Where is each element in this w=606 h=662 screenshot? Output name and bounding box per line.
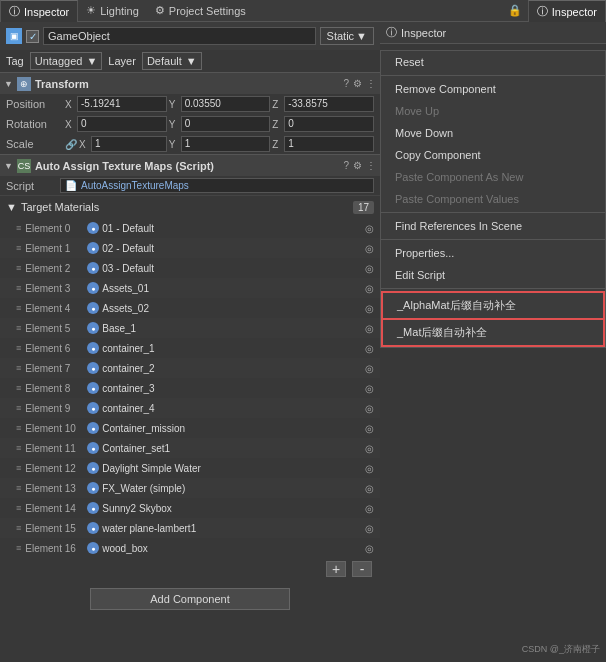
element-target-button[interactable]: ◎ bbox=[365, 363, 374, 374]
element-target-button[interactable]: ◎ bbox=[365, 303, 374, 314]
ctx-properties[interactable]: Properties... bbox=[381, 242, 605, 264]
tag-dropdown[interactable]: Untagged ▼ bbox=[30, 52, 103, 70]
static-badge[interactable]: Static ▼ bbox=[320, 27, 374, 45]
position-row: Position X -5.19241 Y 0.03550 Z -33.8575 bbox=[0, 94, 380, 114]
tab-inspector-right-label: Inspector bbox=[552, 6, 597, 18]
transform-help-icon[interactable]: ? bbox=[343, 78, 349, 89]
element-material-name: Assets_01 bbox=[102, 283, 149, 294]
list-item: ≡ Element 0 ● 01 - Default ◎ bbox=[0, 218, 380, 238]
element-target-button[interactable]: ◎ bbox=[365, 243, 374, 254]
element-target-button[interactable]: ◎ bbox=[365, 323, 374, 334]
tab-lock[interactable]: 🔒 bbox=[502, 0, 528, 22]
element-handle: ≡ bbox=[16, 483, 21, 493]
tag-value: Untagged bbox=[35, 55, 83, 67]
script-row: Script 📄 AutoAssignTextureMaps bbox=[0, 176, 380, 196]
element-target-button[interactable]: ◎ bbox=[365, 483, 374, 494]
materials-fold-arrow[interactable]: ▼ bbox=[6, 201, 17, 213]
ctx-paste-as-new[interactable]: Paste Component As New bbox=[381, 166, 605, 188]
element-target-button[interactable]: ◎ bbox=[365, 263, 374, 274]
list-item: ≡ Element 1 ● 02 - Default ◎ bbox=[0, 238, 380, 258]
rotation-x-value[interactable]: 0 bbox=[77, 116, 167, 132]
element-value: ● FX_Water (simple) bbox=[87, 482, 361, 494]
gameobject-name-field[interactable] bbox=[43, 27, 316, 45]
right-inspector-label: Inspector bbox=[401, 27, 446, 39]
element-handle: ≡ bbox=[16, 223, 21, 233]
script-settings-icon[interactable]: ⚙ bbox=[353, 160, 362, 171]
transform-title: Transform bbox=[35, 78, 340, 90]
remove-element-button[interactable]: - bbox=[352, 561, 372, 577]
ctx-alpha-mat[interactable]: _AlphaMat后缀自动补全 bbox=[381, 291, 605, 320]
element-target-button[interactable]: ◎ bbox=[365, 383, 374, 394]
rotation-xyz: X 0 Y 0 Z 0 bbox=[65, 116, 374, 132]
scale-y-value[interactable]: 1 bbox=[181, 136, 271, 152]
gameobject-checkbox[interactable]: ✓ bbox=[26, 30, 39, 43]
add-component-row: Add Component bbox=[0, 580, 380, 618]
ctx-edit-script[interactable]: Edit Script bbox=[381, 264, 605, 286]
add-element-button[interactable]: + bbox=[326, 561, 346, 577]
element-value: ● 03 - Default bbox=[87, 262, 361, 274]
element-material-name: Assets_02 bbox=[102, 303, 149, 314]
rotation-y-value[interactable]: 0 bbox=[181, 116, 271, 132]
element-target-button[interactable]: ◎ bbox=[365, 463, 374, 474]
ctx-move-up[interactable]: Move Up bbox=[381, 100, 605, 122]
element-handle: ≡ bbox=[16, 423, 21, 433]
element-target-button[interactable]: ◎ bbox=[365, 283, 374, 294]
position-label: Position bbox=[6, 98, 61, 110]
element-target-button[interactable]: ◎ bbox=[365, 443, 374, 454]
ctx-reset[interactable]: Reset bbox=[381, 51, 605, 73]
ctx-paste-values[interactable]: Paste Component Values bbox=[381, 188, 605, 210]
ctx-mat-suffix[interactable]: _Mat后缀自动补全 bbox=[381, 320, 605, 347]
layer-dropdown[interactable]: Default ▼ bbox=[142, 52, 202, 70]
script-value-field[interactable]: 📄 AutoAssignTextureMaps bbox=[60, 178, 374, 193]
element-target-button[interactable]: ◎ bbox=[365, 223, 374, 234]
scale-x-value[interactable]: 1 bbox=[91, 136, 167, 152]
tab-inspector-left[interactable]: ⓘ Inspector bbox=[0, 0, 78, 22]
sx-label: X bbox=[79, 139, 89, 150]
transform-menu-icon[interactable]: ⋮ bbox=[366, 78, 376, 89]
element-target-button[interactable]: ◎ bbox=[365, 423, 374, 434]
add-component-button[interactable]: Add Component bbox=[90, 588, 290, 610]
script-section-title: Auto Assign Texture Maps (Script) bbox=[35, 160, 340, 172]
element-target-button[interactable]: ◎ bbox=[365, 543, 374, 554]
script-help-icon[interactable]: ? bbox=[343, 160, 349, 171]
ctx-find-references[interactable]: Find References In Scene bbox=[381, 215, 605, 237]
element-label: Element 5 bbox=[25, 323, 83, 334]
tab-project-settings[interactable]: ⚙ Project Settings bbox=[147, 0, 254, 22]
scale-z-value[interactable]: 1 bbox=[284, 136, 374, 152]
script-fold-arrow[interactable]: ▼ bbox=[4, 161, 13, 171]
script-menu-icon[interactable]: ⋮ bbox=[366, 160, 376, 171]
script-name: AutoAssignTextureMaps bbox=[81, 180, 189, 191]
layer-label: Layer bbox=[108, 55, 136, 67]
element-value: ● container_1 bbox=[87, 342, 361, 354]
tab-lighting[interactable]: ☀ Lighting bbox=[78, 0, 147, 22]
element-handle: ≡ bbox=[16, 303, 21, 313]
element-target-button[interactable]: ◎ bbox=[365, 403, 374, 414]
element-target-button[interactable]: ◎ bbox=[365, 343, 374, 354]
position-z-value[interactable]: -33.8575 bbox=[284, 96, 374, 112]
y-label: Y bbox=[169, 99, 179, 110]
list-item: ≡ Element 8 ● container_3 ◎ bbox=[0, 378, 380, 398]
list-item: ≡ Element 16 ● wood_box ◎ bbox=[0, 538, 380, 558]
element-handle: ≡ bbox=[16, 443, 21, 453]
material-icon: ● bbox=[87, 402, 99, 414]
element-label: Element 1 bbox=[25, 243, 83, 254]
list-item: ≡ Element 13 ● FX_Water (simple) ◎ bbox=[0, 478, 380, 498]
ctx-remove-component[interactable]: Remove Component bbox=[381, 78, 605, 100]
position-y-value[interactable]: 0.03550 bbox=[181, 96, 271, 112]
tab-inspector-right[interactable]: ⓘ Inspector bbox=[528, 0, 606, 22]
element-label: Element 3 bbox=[25, 283, 83, 294]
elements-scroll-area[interactable]: ≡ Element 0 ● 01 - Default ◎ ≡ Element 1… bbox=[0, 218, 380, 662]
rotation-z-value[interactable]: 0 bbox=[284, 116, 374, 132]
element-target-button[interactable]: ◎ bbox=[365, 523, 374, 534]
transform-fold-arrow[interactable]: ▼ bbox=[4, 79, 13, 89]
ctx-move-down[interactable]: Move Down bbox=[381, 122, 605, 144]
element-handle: ≡ bbox=[16, 363, 21, 373]
position-x-value[interactable]: -5.19241 bbox=[77, 96, 167, 112]
element-target-button[interactable]: ◎ bbox=[365, 503, 374, 514]
transform-settings-icon[interactable]: ⚙ bbox=[353, 78, 362, 89]
sz-label: Z bbox=[272, 139, 282, 150]
left-inspector-panel: ▣ ✓ Static ▼ Tag Untagged ▼ Layer Defaul… bbox=[0, 22, 380, 662]
ctx-copy-component[interactable]: Copy Component bbox=[381, 144, 605, 166]
element-value: ● water plane-lambert1 bbox=[87, 522, 361, 534]
ctx-divider-3 bbox=[381, 239, 605, 240]
